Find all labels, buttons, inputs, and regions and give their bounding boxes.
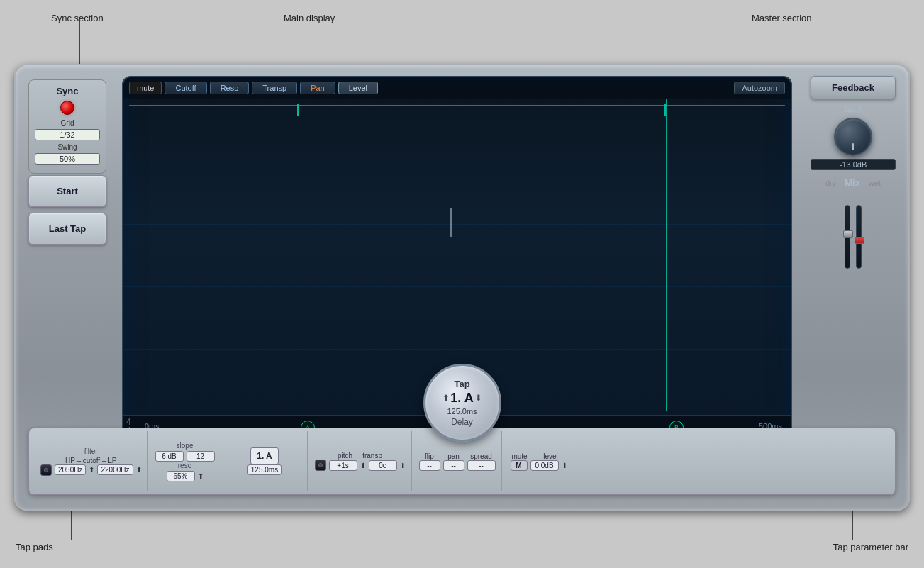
feedback-value: -13.0dB — [811, 159, 896, 170]
tap-arrow-right: ⬇ — [475, 394, 482, 403]
slope-sub-row: 6 dB 12 — [155, 451, 215, 462]
fps-header: flip pan spread — [419, 452, 496, 460]
feedback-knob[interactable] — [834, 118, 872, 156]
vert-line-a — [299, 99, 299, 411]
sync-annotation-line — [79, 21, 80, 67]
dry-slider[interactable] — [845, 205, 850, 269]
swing-label: Swing — [35, 143, 100, 151]
tap-param-annotation-line — [852, 511, 853, 540]
grid-line-2 — [123, 224, 791, 225]
grid-line-4 — [123, 349, 791, 350]
grid-line-3 — [123, 286, 791, 287]
filter-power[interactable] — [40, 464, 52, 476]
mix-dry-label: dry — [825, 179, 836, 187]
pitch-power[interactable] — [315, 460, 326, 471]
sync-section: Sync Grid 1/32 Swing 50% — [28, 79, 106, 174]
plugin-container: Sync Grid 1/32 Swing 50% Start Last Tap … — [14, 64, 910, 511]
filter-group: filter HP – cutoff – LP 2050Hz ⬆ 22000Hz… — [35, 431, 148, 491]
lp-value[interactable]: 22000Hz — [97, 464, 133, 475]
tap-arrow-left: ⬆ — [442, 394, 449, 403]
level-value[interactable]: 0.0dB — [530, 460, 559, 471]
mute-level-group: mute level M 0.0dB ⬆ — [503, 431, 574, 491]
main-display-annotation: Main display — [284, 13, 335, 23]
transp-value[interactable]: 0c — [369, 460, 397, 471]
filter-power-dot — [44, 468, 48, 472]
tap-circle-ms: 125.0ms — [447, 407, 477, 416]
reso-value[interactable]: 65% — [167, 471, 195, 481]
tap-delay-circle[interactable]: Tap ⬆ 1. A ⬇ 125.0ms Delay — [423, 364, 501, 442]
start-button[interactable]: Start — [28, 175, 106, 207]
master-section: Feedback Tap A -13.0dB dry Mix wet — [811, 76, 896, 269]
grid-value[interactable]: 1/32 — [35, 129, 100, 140]
pitch-power-dot — [318, 463, 323, 467]
tab-transp[interactable]: Transp — [252, 82, 297, 94]
mix-section: dry Mix wet — [811, 177, 896, 269]
tap-circle-bottom-label: Delay — [451, 417, 473, 427]
sync-section-annotation: Sync section — [51, 13, 104, 23]
slope-num-value[interactable]: 12 — [187, 451, 215, 462]
fps-values: -- -- -- — [419, 460, 496, 471]
tap-circle-top-label: Tap — [454, 379, 469, 389]
transp-label: transp — [362, 452, 382, 460]
transp-arrow: ⬆ — [400, 462, 406, 469]
pan-value[interactable]: -- — [443, 460, 464, 471]
autozoom-button[interactable]: Autozoom — [734, 82, 785, 94]
dry-slider-thumb — [843, 230, 853, 238]
grid-line-1 — [123, 162, 791, 162]
knob-indicator — [852, 143, 854, 150]
tab-reso[interactable]: Reso — [210, 82, 250, 94]
slope-group: slope 6 dB 12 reso 65% ⬆ — [150, 431, 221, 491]
sync-led[interactable] — [60, 101, 74, 115]
tap-id-value[interactable]: 1. A — [250, 447, 279, 464]
mute-label: mute — [509, 452, 530, 460]
filter-sub-row: 2050Hz ⬆ 22000Hz ⬆ — [40, 464, 142, 476]
mix-wet-label: wet — [869, 179, 881, 187]
master-annotation-line — [816, 21, 816, 67]
tap-pads-annotation: Tap pads — [16, 542, 53, 552]
pitch-header: pitch transp — [338, 452, 382, 460]
master-section-annotation: Master section — [752, 13, 812, 23]
tap-circle-value: ⬆ 1. A ⬇ — [442, 391, 481, 406]
filter-arrow: ⬆ — [89, 466, 94, 474]
grid-label: Grid — [35, 119, 100, 127]
tap-circle-value-text: 1. A — [450, 391, 473, 406]
filter-arrow2: ⬆ — [136, 466, 142, 474]
tap-ms-value[interactable]: 125.0ms — [247, 464, 282, 475]
tab-pan[interactable]: Pan — [300, 82, 335, 94]
pan-label: pan — [443, 452, 464, 460]
mute-level-values: M 0.0dB ⬆ — [511, 460, 567, 471]
slope-label: slope — [177, 442, 194, 450]
mute-button[interactable]: mute — [129, 82, 162, 94]
slope-db-value[interactable]: 6 dB — [155, 451, 184, 462]
reso-arrow: ⬆ — [198, 472, 204, 480]
reso-label: reso — [178, 462, 191, 469]
tap-pad-buttons: Start Last Tap — [28, 175, 106, 245]
swing-value[interactable]: 50% — [35, 153, 100, 165]
tab-level[interactable]: Level — [338, 82, 378, 94]
mix-title: Mix — [845, 177, 860, 188]
main-display-annotation-line — [355, 21, 355, 67]
hp-value[interactable]: 2050Hz — [55, 464, 86, 475]
last-tap-button[interactable]: Last Tap — [28, 213, 106, 245]
level-label: level — [533, 452, 569, 460]
tab-cutoff[interactable]: Cutoff — [165, 82, 206, 94]
mute-level-header: mute level — [509, 452, 569, 460]
wet-slider[interactable] — [856, 205, 862, 269]
sync-title: Sync — [35, 86, 100, 96]
pitch-arrow: ⬆ — [360, 462, 366, 469]
filter-label: filter — [84, 447, 98, 455]
level-arrow: ⬆ — [562, 462, 567, 469]
pitch-value[interactable]: +1s — [329, 460, 357, 471]
filter-type: HP – cutoff – LP — [65, 457, 116, 464]
tap-selector-group: 1. A 125.0ms — [223, 431, 308, 491]
mute-btn[interactable]: M — [511, 460, 528, 471]
feedback-button[interactable]: Feedback — [811, 76, 896, 99]
vert-line-b — [666, 99, 667, 411]
flip-value[interactable]: -- — [419, 460, 440, 471]
mix-header: dry Mix wet — [825, 177, 881, 188]
reso-sub-row: 65% ⬆ — [167, 471, 204, 481]
spread-value[interactable]: -- — [467, 460, 496, 471]
pitch-label: pitch — [338, 452, 352, 460]
display-toolbar: mute Cutoff Reso Transp Pan Level Autozo… — [123, 77, 791, 99]
pitch-group: pitch transp +1s ⬆ 0c ⬆ — [309, 431, 412, 491]
